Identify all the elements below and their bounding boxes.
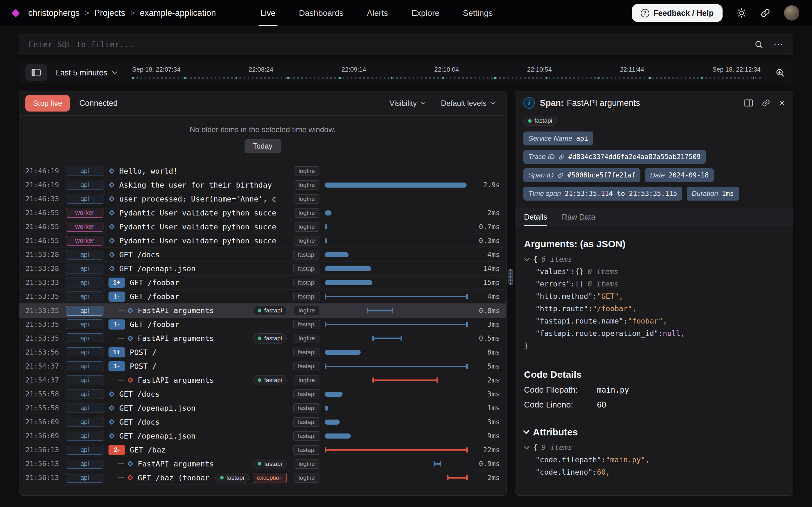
- log-row[interactable]: 21:46:55workerPydantic User validate_pyt…: [19, 206, 506, 220]
- timeline[interactable]: Sep 18, 22:07:3422:08:2422:09:1422:10:04…: [132, 61, 761, 84]
- tag-pill-fastapi[interactable]: fastapi: [523, 116, 557, 126]
- tag-chip-api[interactable]: api: [66, 473, 103, 483]
- log-row[interactable]: 21:54:37apiFastAPI argumentsfastapilogfi…: [19, 373, 506, 387]
- sql-filter-input[interactable]: [29, 40, 744, 49]
- log-row[interactable]: 21:56:09apiGET /openapi.jsonfastapi9ms: [19, 429, 506, 443]
- tag-chip-api[interactable]: api: [66, 278, 103, 287]
- log-row[interactable]: 21:56:09apiGET /docsfastapi3ms: [19, 415, 506, 429]
- collapse-caret-icon[interactable]: [523, 428, 529, 434]
- scope-chip-fastapi[interactable]: fastapi: [293, 431, 320, 441]
- tag-chip-api[interactable]: api: [66, 389, 103, 399]
- panel-splitter[interactable]: [507, 91, 515, 496]
- logfire-logo-icon[interactable]: [11, 9, 20, 17]
- log-row[interactable]: 21:53:35api1-GET /foobarfastapi4ms: [19, 290, 506, 303]
- log-row[interactable]: 21:46:19apiAsking the user for their bir…: [19, 178, 506, 192]
- log-row[interactable]: 21:46:33apiuser processed: User(name='An…: [19, 192, 506, 206]
- log-row[interactable]: 21:53:33api1+GET /foobarfastapi15ms: [19, 276, 506, 290]
- user-avatar[interactable]: [784, 5, 799, 20]
- meta-chip-date[interactable]: Date2024-09-18: [645, 168, 714, 182]
- tag-chip-api[interactable]: api: [66, 306, 103, 316]
- tab-raw-data[interactable]: Raw Data: [562, 208, 595, 226]
- tag-chip-api[interactable]: api: [66, 431, 103, 441]
- scope-chip-fastapi[interactable]: fastapi: [293, 348, 320, 357]
- children-count-badge[interactable]: 1+: [108, 347, 125, 357]
- scope-chip-fastapi[interactable]: fastapi: [293, 417, 320, 427]
- meta-chip-duration[interactable]: Duration1ms: [687, 187, 739, 201]
- scope-chip-fastapi[interactable]: fastapi: [293, 361, 320, 371]
- collapse-caret-icon[interactable]: [524, 444, 529, 449]
- open-drawer-icon[interactable]: [744, 99, 753, 107]
- visibility-dropdown[interactable]: Visibility: [390, 99, 426, 108]
- copy-link-icon[interactable]: [762, 99, 770, 107]
- log-row[interactable]: 21:53:56api1+POST /fastapi8ms: [19, 345, 506, 359]
- tag-chip-api[interactable]: api: [66, 375, 103, 385]
- tag-chip-api[interactable]: api: [66, 445, 103, 455]
- scope-chip-logfire[interactable]: logfire: [294, 194, 319, 204]
- more-options-icon[interactable]: ⋯: [773, 39, 783, 49]
- meta-chip-service-name[interactable]: Service Nameapi: [523, 131, 593, 146]
- scope-chip-fastapi[interactable]: fastapi: [293, 389, 320, 399]
- feedback-help-button[interactable]: ? Feedback / Help: [632, 4, 722, 22]
- tag-chip-api[interactable]: api: [66, 264, 103, 274]
- log-row[interactable]: 21:46:19apiHello, world!logfire: [19, 164, 506, 178]
- exception-chip[interactable]: exception: [253, 473, 287, 483]
- scope-chip-logfire[interactable]: logfire: [294, 334, 319, 343]
- tag-pill-fastapi[interactable]: fastapi: [253, 375, 287, 385]
- meta-chip-span-id[interactable]: Span ID#5008bce5f7fe21af: [523, 168, 641, 182]
- breadcrumb-item[interactable]: example-application: [140, 8, 216, 18]
- tag-pill-fastapi[interactable]: fastapi: [253, 459, 287, 469]
- meta-chip-time-span[interactable]: Time span21:53:35.114 to 21:53:35.115: [523, 187, 682, 201]
- tag-chip-worker[interactable]: worker: [66, 208, 103, 218]
- nav-tab-dashboards[interactable]: Dashboards: [299, 0, 344, 26]
- tag-chip-worker[interactable]: worker: [66, 222, 103, 232]
- scope-chip-logfire[interactable]: logfire: [294, 222, 319, 232]
- children-count-badge[interactable]: 1-: [108, 320, 125, 330]
- log-row[interactable]: 21:55:58apiGET /docsfastapi3ms: [19, 387, 506, 401]
- log-row[interactable]: 21:55:58apiGET /openapi.jsonfastapi1ms: [19, 401, 506, 415]
- tag-pill-fastapi[interactable]: fastapi: [253, 305, 287, 316]
- scope-chip-logfire[interactable]: logfire: [294, 473, 319, 483]
- meta-chip-trace-id[interactable]: Trace ID#d834c3374dd6fa2e4aa82a55ab21750…: [523, 150, 706, 164]
- tab-details[interactable]: Details: [524, 208, 547, 226]
- scope-chip-logfire[interactable]: logfire: [294, 459, 319, 469]
- tag-chip-api[interactable]: api: [66, 333, 103, 343]
- close-icon[interactable]: ×: [779, 98, 785, 108]
- breadcrumb-item[interactable]: christophergs: [28, 8, 80, 18]
- scope-chip-logfire[interactable]: logfire: [294, 236, 319, 245]
- log-row[interactable]: 21:53:35apiFastAPI argumentsfastapilogfi…: [19, 331, 506, 345]
- scope-chip-logfire[interactable]: logfire: [294, 166, 319, 176]
- search-icon[interactable]: [754, 40, 763, 49]
- nav-tab-explore[interactable]: Explore: [411, 0, 439, 26]
- scope-chip-fastapi[interactable]: fastapi: [293, 445, 320, 455]
- tag-chip-api[interactable]: api: [66, 320, 103, 329]
- tag-chip-worker[interactable]: worker: [66, 236, 103, 245]
- tag-chip-api[interactable]: api: [66, 361, 103, 371]
- log-row[interactable]: 21:54:37api1-POST /fastapi5ms: [19, 359, 506, 373]
- nav-tab-settings[interactable]: Settings: [463, 0, 493, 26]
- log-row[interactable]: 21:46:55workerPydantic User validate_pyt…: [19, 220, 506, 234]
- drag-handle[interactable]: [508, 269, 513, 285]
- scope-chip-logfire[interactable]: logfire: [294, 208, 319, 218]
- scope-chip-fastapi[interactable]: fastapi: [293, 278, 320, 287]
- scope-chip-logfire[interactable]: logfire: [294, 376, 319, 385]
- scope-chip-logfire[interactable]: logfire: [294, 306, 319, 315]
- log-row[interactable]: 21:53:35apiFastAPI argumentsfastapilogfi…: [19, 303, 506, 318]
- breadcrumb-item[interactable]: Projects: [94, 8, 125, 18]
- tag-chip-api[interactable]: api: [66, 166, 103, 176]
- children-count-badge[interactable]: 2-: [108, 445, 125, 455]
- log-row[interactable]: 21:53:35api1-GET /foobarfastapi3ms: [19, 318, 506, 331]
- tag-chip-api[interactable]: api: [66, 347, 103, 357]
- tag-chip-api[interactable]: api: [66, 291, 103, 301]
- log-row[interactable]: 21:46:55workerPydantic User validate_pyt…: [19, 234, 506, 248]
- panel-toggle-button[interactable]: [26, 64, 47, 81]
- scope-chip-fastapi[interactable]: fastapi: [293, 250, 320, 260]
- scope-chip-fastapi[interactable]: fastapi: [293, 292, 320, 301]
- stop-live-button[interactable]: Stop live: [26, 95, 70, 112]
- children-count-badge[interactable]: 1-: [108, 291, 125, 302]
- theme-toggle-icon[interactable]: [737, 8, 747, 18]
- log-row[interactable]: 21:53:28apiGET /docsfastapi4ms: [19, 248, 506, 262]
- children-count-badge[interactable]: 1-: [108, 361, 125, 372]
- time-range-select[interactable]: Last 5 minutes: [56, 68, 118, 77]
- tag-chip-api[interactable]: api: [66, 417, 103, 427]
- log-row[interactable]: 21:56:13apiFastAPI argumentsfastapilogfi…: [19, 457, 506, 471]
